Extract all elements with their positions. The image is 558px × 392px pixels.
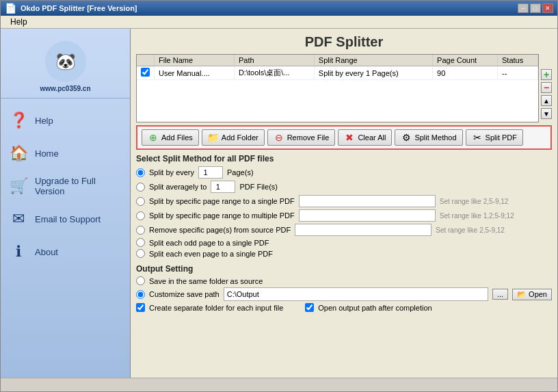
sidebar-item-home[interactable]: 🏠 Home	[1, 137, 130, 170]
open-label: Open	[529, 290, 547, 298]
output-path-input[interactable]	[224, 287, 488, 301]
separate-folder-checkbox[interactable]	[136, 303, 145, 312]
row-path: D:\tools\桌面\...	[234, 66, 314, 80]
sidebar-logo: 🐼 www.pc0359.cn	[1, 36, 130, 99]
toolbar-area: ⊕ Add Files 📁 Add Folder ⊖ Remove File ✖…	[136, 125, 552, 150]
upgrade-icon: 🛒	[8, 175, 29, 197]
add-files-button[interactable]: ⊕ Add Files	[142, 129, 199, 146]
split-opt2-suffix: PDF File(s)	[239, 183, 278, 191]
row-check[interactable]	[137, 66, 155, 80]
split-opt1-suffix: Page(s)	[227, 168, 254, 177]
main-window: 📄 Okdo PDF Splitter [Free Version] − □ ✕…	[0, 0, 558, 392]
sidebar-label-upgrade: Upgrade to Full Version	[35, 176, 123, 196]
file-table: File Name Path Split Range Page Count St…	[137, 55, 538, 80]
menu-help[interactable]: Help	[6, 16, 31, 28]
split-opt2-radio[interactable]	[136, 183, 145, 192]
split-opt3-label: Split by specific page range to a single…	[149, 197, 295, 205]
col-status: Status	[497, 55, 537, 66]
split-pdf-label: Split PDF	[486, 133, 517, 142]
output-opt1-label: Save in the same folder as source	[149, 277, 263, 285]
clear-all-icon: ✖	[344, 132, 355, 143]
output-opt1-row: Save in the same folder as source	[136, 276, 552, 285]
logo-text: www.pc0359.cn	[6, 85, 124, 92]
split-opt1-row: Split by every Page(s)	[136, 166, 552, 179]
clear-all-label: Clear All	[358, 133, 386, 142]
split-opt6-label: Split each odd page to a single PDF	[149, 239, 269, 247]
sidebar: 🐼 www.pc0359.cn ❓ Help 🏠 Home 🛒 Upgrade …	[1, 29, 131, 378]
split-opt6-row: Split each odd page to a single PDF	[136, 238, 552, 247]
col-pagecount: Page Count	[433, 55, 498, 66]
split-pdf-button[interactable]: ✂ Split PDF	[466, 129, 523, 146]
status-bar	[1, 378, 557, 391]
right-panel: PDF Splitter File Name Path Split Range …	[131, 29, 557, 378]
output-opt2-row: Customize save path ... 📂 Open	[136, 287, 552, 301]
title-bar: 📄 Okdo PDF Splitter [Free Version] − □ ✕	[1, 1, 557, 16]
split-opt2-row: Split averagely to PDF File(s)	[136, 181, 552, 193]
open-output-label: Open output path after completion	[318, 304, 431, 312]
output-opt2-radio[interactable]	[136, 290, 145, 299]
split-opt1-radio[interactable]	[136, 168, 145, 177]
menu-bar: Help	[1, 16, 557, 29]
split-opt4-hint: Set range like 1,2;5-9;12	[440, 212, 514, 220]
add-files-icon: ⊕	[148, 132, 159, 143]
split-opt1-spinner[interactable]	[198, 166, 223, 179]
sidebar-item-email[interactable]: ✉ Email to Support	[1, 202, 130, 235]
output-opt1-radio[interactable]	[136, 276, 145, 285]
col-splitrange: Split Range	[314, 55, 432, 66]
about-icon: ℹ	[8, 241, 29, 263]
split-opt7-radio[interactable]	[136, 249, 145, 258]
table-area: File Name Path Split Range Page Count St…	[136, 54, 552, 122]
sidebar-item-upgrade[interactable]: 🛒 Upgrade to Full Version	[1, 170, 130, 202]
minimize-button[interactable]: −	[518, 3, 529, 13]
split-opt2-label: Split averagely to	[149, 183, 207, 191]
split-opt5-radio[interactable]	[136, 226, 145, 235]
add-row-button[interactable]: +	[541, 69, 552, 80]
split-opt4-input[interactable]	[299, 209, 436, 222]
col-check	[137, 55, 155, 66]
email-icon: ✉	[8, 208, 29, 230]
browse-button[interactable]: ...	[492, 289, 508, 300]
sidebar-item-help[interactable]: ❓ Help	[1, 104, 130, 137]
move-down-button[interactable]: ▼	[541, 108, 552, 119]
panel-title: PDF Splitter	[136, 34, 552, 50]
split-opt5-input[interactable]	[295, 224, 431, 236]
table-row: User Manual.... D:\tools\桌面\... Split by…	[137, 66, 538, 80]
open-button[interactable]: 📂 Open	[512, 289, 552, 300]
split-opt6-radio[interactable]	[136, 238, 145, 247]
add-files-label: Add Files	[161, 133, 193, 142]
row-filename: User Manual....	[155, 66, 235, 80]
table-side-buttons: + − ▲ ▼	[541, 54, 552, 122]
help-icon: ❓	[8, 109, 29, 131]
split-opt3-radio[interactable]	[136, 197, 145, 206]
sidebar-item-about[interactable]: ℹ About	[1, 235, 130, 268]
move-up-button[interactable]: ▲	[541, 95, 552, 106]
split-opt3-hint: Set range like 2,5-9,12	[440, 198, 509, 205]
split-method-button[interactable]: ⚙ Split Method	[395, 129, 462, 146]
split-opt3-row: Split by specific page range to a single…	[136, 195, 552, 207]
split-method-label: Split Method	[414, 133, 456, 142]
split-opt5-hint: Set range like 2,5-9,12	[436, 226, 505, 234]
clear-all-button[interactable]: ✖ Clear All	[338, 129, 392, 146]
split-opt2-spinner[interactable]	[211, 181, 235, 193]
close-button[interactable]: ✕	[542, 3, 553, 13]
sidebar-label-help: Help	[35, 116, 53, 126]
split-opt3-input[interactable]	[299, 195, 436, 207]
split-opt4-radio[interactable]	[136, 211, 145, 220]
split-opt1-label: Split by every	[149, 168, 194, 177]
row-checkbox[interactable]	[141, 68, 150, 77]
output-section: Output Setting Save in the same folder a…	[136, 264, 552, 314]
title-bar-buttons: − □ ✕	[518, 3, 553, 13]
add-folder-button[interactable]: 📁 Add Folder	[202, 129, 265, 146]
output-section-label: Output Setting	[136, 264, 552, 274]
sidebar-label-home: Home	[35, 148, 59, 159]
split-opt4-row: Split by specific page range to multiple…	[136, 209, 552, 222]
open-output-checkbox[interactable]	[305, 303, 314, 312]
add-folder-label: Add Folder	[222, 133, 258, 142]
sidebar-label-email: Email to Support	[35, 214, 101, 224]
remove-row-button[interactable]: −	[541, 82, 552, 93]
add-folder-icon: 📁	[208, 132, 219, 143]
file-table-container: File Name Path Split Range Page Count St…	[136, 54, 539, 122]
remove-file-button[interactable]: ⊖ Remove File	[267, 129, 336, 146]
sidebar-label-about: About	[35, 247, 58, 257]
restore-button[interactable]: □	[530, 3, 541, 13]
